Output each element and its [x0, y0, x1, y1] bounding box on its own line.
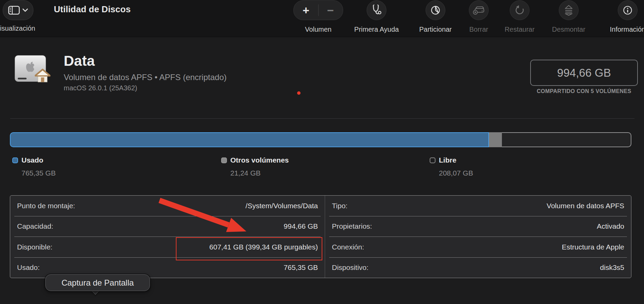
window-title: Utilidad de Discos — [54, 4, 131, 15]
detail-value: /System/Volumes/Data — [246, 202, 318, 210]
usage-segment-free — [502, 132, 631, 147]
remove-volume-icon[interactable]: − — [319, 1, 343, 19]
eject-icon — [564, 5, 574, 16]
partition-button[interactable] — [426, 0, 445, 20]
toolbar-label-primera-ayuda: Primera Ayuda — [354, 26, 399, 33]
toolbar-item-restaurar: Restaurar — [499, 0, 540, 33]
detail-row-connection: Conexión: Estructura de Apple — [329, 237, 627, 258]
legend-free: Libre 208,07 GB — [430, 156, 473, 177]
detail-row-device: Dispositivo: disk3s5 — [329, 258, 627, 278]
details-column-right: Tipo: Volumen de datos APFS Propietarios… — [325, 196, 631, 278]
home-badge-icon — [35, 69, 50, 83]
capacity-badge: 994,66 GB — [530, 60, 638, 86]
annotation-highlight-box — [176, 237, 322, 260]
detail-label: Dispositivo: — [332, 263, 368, 272]
details-column-left: Punto de montaje: /System/Volumes/Data C… — [10, 196, 325, 278]
erase-disk-icon — [472, 5, 485, 15]
detail-label: Conexión: — [332, 243, 364, 251]
legend-used: Usado 765,35 GB — [12, 156, 56, 177]
legend-swatch-used — [12, 157, 18, 163]
toolbar-label-informacion: Información — [610, 26, 644, 33]
detail-label: Propietarios: — [332, 222, 372, 230]
detail-value: disk3s5 — [600, 263, 624, 272]
toolbar-label-volumen: Volumen — [305, 26, 332, 33]
restore-arrow-icon — [514, 5, 525, 16]
details-table: Punto de montaje: /System/Volumes/Data C… — [10, 195, 631, 278]
disk-slot — [18, 78, 27, 79]
usage-bar — [10, 132, 631, 147]
volume-os-line: macOS 26.0.1 (25A362) — [64, 84, 137, 92]
legend-swatch-free — [430, 157, 435, 163]
volume-add-remove-buttons[interactable]: + − — [293, 0, 343, 20]
detail-label: Tipo: — [332, 202, 348, 210]
legend-value-used: 765,35 GB — [21, 169, 56, 177]
erase-button[interactable] — [469, 0, 489, 20]
sidebar-toggle-button[interactable] — [3, 0, 33, 20]
legend-label-free: Libre — [439, 156, 456, 164]
volume-name: Data — [64, 53, 95, 69]
toolbar-label-desmontar: Desmontar — [552, 26, 585, 33]
info-button[interactable] — [618, 0, 638, 20]
chevron-down-icon — [22, 9, 28, 12]
detail-label: Capacidad: — [17, 222, 53, 230]
toolbar-item-desmontar: Desmontar — [547, 0, 591, 33]
toolbar-item-informacion: Información — [600, 0, 644, 33]
toolbar-label-restaurar: Restaurar — [505, 26, 535, 33]
pie-chart-icon — [430, 5, 441, 16]
sidebar-toggle-label: isualización — [0, 25, 37, 32]
apple-logo-icon — [25, 61, 36, 74]
stethoscope-icon — [371, 4, 382, 16]
info-icon — [622, 5, 633, 16]
section-divider — [10, 118, 634, 119]
restore-button[interactable] — [510, 0, 530, 20]
screenshot-tooltip: Captura de Pantalla — [45, 274, 150, 291]
legend-other-volumes: Otros volúmenes 21,24 GB — [221, 156, 289, 177]
toolbar-item-borrar: Borrar — [463, 0, 494, 33]
detail-value: 765,35 GB — [284, 263, 318, 272]
volume-icon — [15, 55, 46, 82]
annotation-dot — [297, 91, 301, 95]
legend-value-free: 208,07 GB — [439, 169, 473, 177]
tooltip-text: Captura de Pantalla — [61, 278, 134, 288]
toolbar-label-particionar: Particionar — [419, 26, 452, 33]
legend-swatch-other-volumes — [221, 157, 227, 163]
detail-label: Usado: — [17, 263, 40, 272]
legend-label-other-volumes: Otros volúmenes — [230, 156, 289, 164]
detail-row-mount-point: Punto de montaje: /System/Volumes/Data — [14, 196, 321, 216]
detail-value: Volumen de datos APFS — [547, 202, 624, 210]
disk-utility-window: isualización Utilidad de Discos + − Volu… — [0, 0, 644, 304]
detail-row-type: Tipo: Volumen de datos APFS — [329, 196, 627, 216]
capacity-caption: COMPARTIDO CON 5 VOLÚMENES — [525, 88, 643, 94]
usage-segment-used — [10, 132, 489, 147]
volume-type-line: Volumen de datos APFS • APFS (encriptado… — [64, 73, 227, 82]
unmount-button[interactable] — [559, 0, 579, 20]
detail-label: Punto de montaje: — [17, 202, 75, 210]
titlebar: isualización Utilidad de Discos + − Volu… — [0, 0, 644, 37]
toolbar-item-primera-ayuda: Primera Ayuda — [353, 0, 400, 33]
sidebar-icon — [8, 6, 20, 15]
detail-row-capacity: Capacidad: 994,66 GB — [14, 216, 321, 237]
detail-value: Estructura de Apple — [562, 243, 624, 251]
legend-label-used: Usado — [21, 156, 43, 164]
toolbar-item-volumen: + − Volumen — [294, 0, 343, 33]
usage-segment-other-volumes — [489, 132, 502, 147]
detail-value: 994,66 GB — [284, 222, 318, 230]
toolbar-label-borrar: Borrar — [469, 26, 488, 33]
legend-value-other-volumes: 21,24 GB — [230, 169, 289, 177]
toolbar-item-particionar: Particionar — [413, 0, 458, 33]
detail-label: Disponible: — [17, 243, 52, 251]
detail-row-owners: Propietarios: Activado — [329, 216, 627, 237]
detail-value: Activado — [597, 222, 624, 230]
first-aid-button[interactable] — [367, 0, 386, 20]
add-volume-icon[interactable]: + — [294, 1, 318, 19]
